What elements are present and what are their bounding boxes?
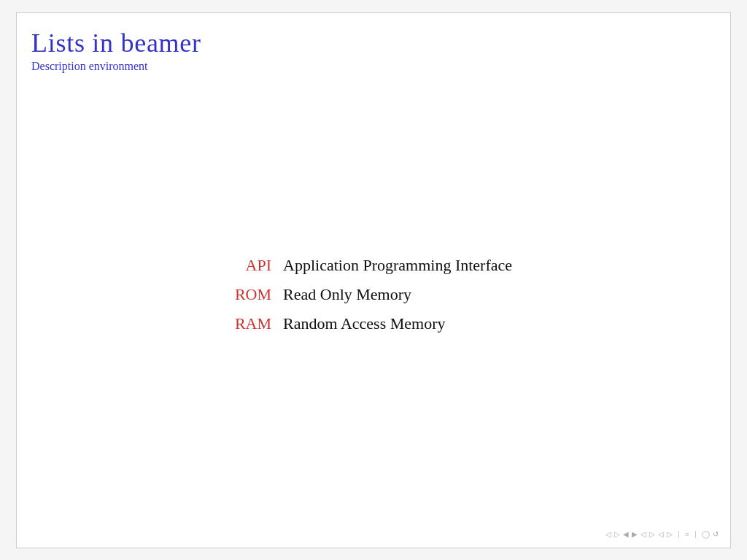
slide-title: Lists in beamer [31, 28, 716, 58]
nav-prev-slide-icon[interactable]: ◁ [640, 530, 646, 538]
search-icon[interactable]: ◯ [702, 530, 710, 538]
nav-prev-section-icon[interactable]: ▷ [614, 530, 620, 538]
nav-next-frame-icon[interactable]: ▶ [632, 530, 638, 538]
list-item: ROM Read Only Memory [235, 285, 512, 314]
nav-next-slide-icon[interactable]: ▷ [649, 530, 655, 538]
slide-content: API Application Programming Interface RO… [17, 79, 730, 521]
def-ram: Random Access Memory [283, 314, 512, 343]
footer-divider-2 [695, 531, 696, 538]
nav-end-icon[interactable]: ▷ [667, 530, 673, 538]
term-api: API [235, 256, 283, 285]
refresh-icon[interactable]: ↺ [713, 530, 719, 538]
footer-divider [678, 531, 679, 538]
slide-footer: ◁ ▷ ◀ ▶ ◁ ▷ ◁ ▷ ≡ ◯ ↺ [17, 521, 730, 548]
def-api: Application Programming Interface [283, 256, 512, 285]
term-ram: RAM [235, 314, 283, 343]
footer-controls: ◁ ▷ ◀ ▶ ◁ ▷ ◁ ▷ ≡ ◯ ↺ [605, 530, 719, 538]
slide-header: Lists in beamer Description environment [17, 13, 730, 79]
slide-subtitle: Description environment [31, 60, 716, 73]
list-item: API Application Programming Interface [235, 256, 512, 285]
description-list: API Application Programming Interface RO… [235, 256, 512, 343]
list-item: RAM Random Access Memory [235, 314, 512, 343]
nav-first-icon[interactable]: ◁ [605, 530, 611, 538]
slide: Lists in beamer Description environment … [16, 12, 731, 548]
nav-last-icon[interactable]: ◁ [658, 530, 664, 538]
term-rom: ROM [235, 285, 283, 314]
menu-icon[interactable]: ≡ [685, 530, 689, 538]
def-rom: Read Only Memory [283, 285, 512, 314]
nav-prev-frame-icon[interactable]: ◀ [623, 530, 629, 538]
